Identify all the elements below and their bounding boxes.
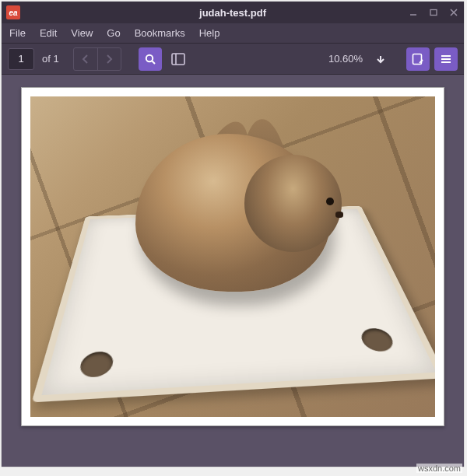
prev-page-button[interactable] bbox=[74, 48, 97, 70]
menu-go[interactable]: Go bbox=[107, 27, 120, 39]
menu-file[interactable]: File bbox=[9, 27, 26, 39]
next-page-button[interactable] bbox=[97, 48, 121, 70]
minimize-icon bbox=[409, 9, 417, 16]
watermark: wsxdn.com bbox=[416, 464, 462, 473]
search-button[interactable] bbox=[139, 47, 162, 71]
arrow-left-icon bbox=[80, 54, 91, 65]
window-title: judah-test.pdf bbox=[2, 7, 464, 19]
app-icon: ea bbox=[6, 5, 20, 19]
pdf-page bbox=[21, 87, 444, 426]
svg-rect-2 bbox=[172, 54, 184, 65]
maximize-icon bbox=[430, 9, 437, 16]
menu-edit[interactable]: Edit bbox=[40, 27, 57, 39]
zoom-dropdown-button[interactable] bbox=[372, 47, 389, 71]
svg-point-1 bbox=[146, 54, 152, 61]
annotate-button[interactable] bbox=[406, 47, 430, 71]
zoom-level-label: 10.60% bbox=[328, 53, 363, 65]
menu-view[interactable]: View bbox=[71, 27, 93, 39]
sidebar-toggle-button[interactable] bbox=[167, 47, 190, 71]
menu-bar: File Edit View Go Bookmarks Help bbox=[2, 23, 464, 44]
search-icon bbox=[144, 53, 156, 65]
chevron-down-icon bbox=[375, 54, 386, 65]
close-button[interactable] bbox=[444, 2, 464, 23]
sidebar-icon bbox=[171, 53, 185, 65]
close-icon bbox=[450, 9, 458, 16]
title-bar[interactable]: ea judah-test.pdf bbox=[2, 2, 464, 23]
window-controls bbox=[403, 2, 464, 23]
svg-rect-0 bbox=[430, 10, 437, 16]
app-window: ea judah-test.pdf File Edit View Go Book… bbox=[2, 2, 464, 467]
menu-help[interactable]: Help bbox=[199, 27, 220, 39]
maximize-button[interactable] bbox=[423, 2, 444, 23]
page-count-label: of 1 bbox=[42, 53, 59, 65]
arrow-right-icon bbox=[104, 54, 114, 65]
document-viewport[interactable] bbox=[2, 75, 464, 467]
menu-bookmarks[interactable]: Bookmarks bbox=[135, 27, 185, 39]
annotate-icon bbox=[412, 53, 424, 65]
nav-group bbox=[73, 47, 121, 71]
page-image bbox=[30, 96, 435, 417]
toolbar: of 1 10.60% bbox=[2, 44, 464, 75]
minimize-button[interactable] bbox=[403, 2, 423, 23]
page-number-input[interactable] bbox=[8, 48, 34, 70]
app-menu-button[interactable] bbox=[434, 47, 458, 71]
hamburger-icon bbox=[440, 53, 452, 65]
